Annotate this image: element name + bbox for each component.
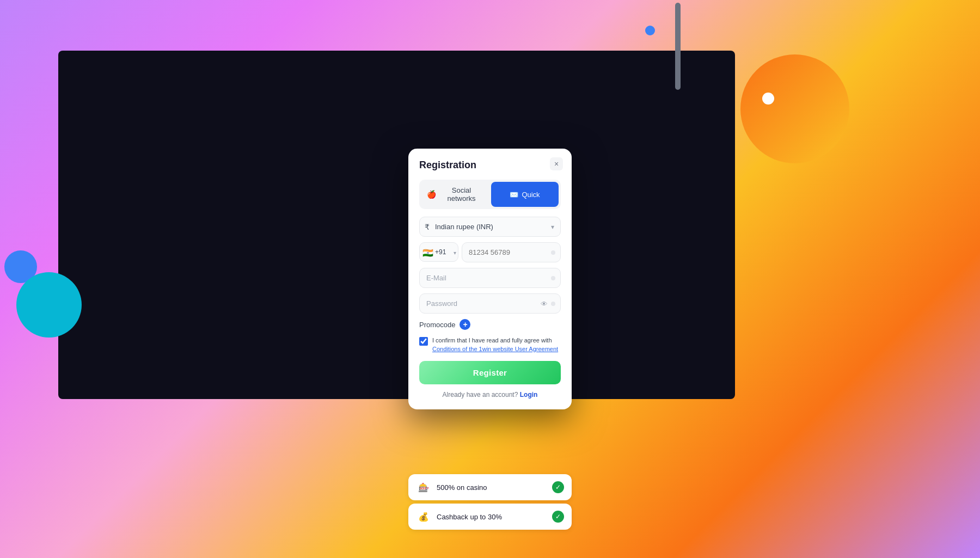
casino-icon: 🎰 bbox=[416, 480, 431, 495]
bonus-casino-text: 500% on casino bbox=[437, 483, 487, 492]
bonus-left-cashback: 💰 Cashback up to 30% bbox=[416, 509, 502, 524]
close-icon: × bbox=[554, 160, 559, 168]
login-prompt-row: Already have an account? Login bbox=[419, 391, 561, 398]
phone-input-wrapper bbox=[462, 242, 561, 262]
phone-dot-indicator bbox=[551, 250, 555, 255]
promocode-add-button[interactable]: + bbox=[460, 319, 470, 330]
login-link[interactable]: Login bbox=[520, 391, 538, 398]
email-dot-indicator bbox=[551, 276, 555, 280]
bonus-cashback-text: Cashback up to 30% bbox=[437, 513, 502, 521]
terms-label: I confirm that I have read and fully agr… bbox=[432, 336, 561, 353]
country-select-wrapper: 🇮🇳 +91 +1 +44 ▾ bbox=[419, 242, 458, 262]
phone-row: 🇮🇳 +91 +1 +44 ▾ bbox=[419, 242, 561, 262]
currency-select-wrapper: ₹ Indian rupee (INR) USD EUR ▾ bbox=[419, 217, 561, 237]
bonus-card-cashback: 💰 Cashback up to 30% ✓ bbox=[408, 504, 572, 530]
cashback-icon: 💰 bbox=[416, 509, 431, 524]
apple-icon: 🍎 bbox=[427, 190, 436, 199]
bonus-check-cashback: ✓ bbox=[552, 511, 564, 523]
bonus-left-casino: 🎰 500% on casino bbox=[416, 480, 487, 495]
tab-social-networks[interactable]: 🍎 Social networks bbox=[421, 182, 489, 207]
currency-select[interactable]: Indian rupee (INR) USD EUR bbox=[419, 217, 561, 237]
bonus-cards: 🎰 500% on casino ✓ 💰 Cashback up to 30% … bbox=[408, 474, 572, 533]
register-button[interactable]: Register bbox=[419, 361, 561, 384]
tab-social-label: Social networks bbox=[439, 186, 483, 203]
modal-backdrop: Registration × 🍎 Social networks ✉️ Quic… bbox=[0, 0, 980, 558]
eye-icon[interactable]: 👁 bbox=[541, 299, 548, 308]
tab-row: 🍎 Social networks ✉️ Quick bbox=[419, 180, 561, 209]
registration-modal: Registration × 🍎 Social networks ✉️ Quic… bbox=[408, 149, 572, 409]
terms-checkbox-row: I confirm that I have read and fully agr… bbox=[419, 336, 561, 353]
promocode-row: Promocode + bbox=[419, 319, 561, 330]
phone-input[interactable] bbox=[462, 242, 561, 262]
terms-text: I confirm that I have read and fully agr… bbox=[432, 337, 552, 344]
tab-quick[interactable]: ✉️ Quick bbox=[491, 182, 559, 207]
bonus-check-casino: ✓ bbox=[552, 481, 564, 493]
email-input[interactable] bbox=[419, 268, 561, 288]
login-prompt-text: Already have an account? bbox=[443, 391, 518, 398]
terms-link[interactable]: Conditions of the 1win website User Agre… bbox=[432, 346, 558, 352]
password-input[interactable] bbox=[419, 293, 561, 314]
country-code-select[interactable]: +91 +1 +44 bbox=[419, 242, 458, 262]
password-field-wrapper: 👁 bbox=[419, 293, 561, 314]
plus-icon: + bbox=[463, 321, 467, 328]
email-icon: ✉️ bbox=[510, 191, 518, 199]
bonus-card-casino: 🎰 500% on casino ✓ bbox=[408, 474, 572, 500]
tab-quick-label: Quick bbox=[522, 191, 540, 199]
promocode-label: Promocode bbox=[419, 321, 455, 329]
close-button[interactable]: × bbox=[550, 157, 563, 170]
password-dot-indicator bbox=[551, 302, 555, 306]
email-field-wrapper bbox=[419, 268, 561, 288]
modal-title: Registration bbox=[419, 160, 561, 171]
terms-checkbox[interactable] bbox=[419, 337, 428, 346]
